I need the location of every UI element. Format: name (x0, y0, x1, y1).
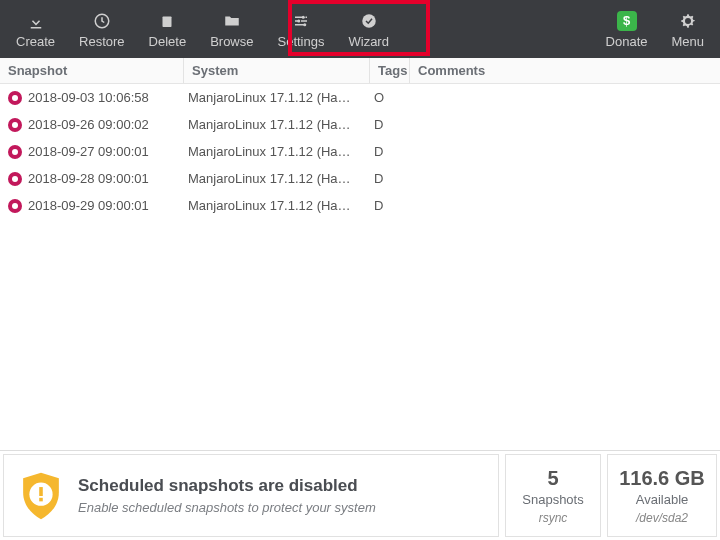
restore-label: Restore (79, 34, 125, 49)
svg-point-5 (362, 14, 376, 28)
row-tag: D (374, 144, 414, 159)
snapshot-dot-icon (8, 91, 22, 105)
svg-rect-8 (39, 497, 43, 501)
row-tag: O (374, 90, 414, 105)
row-date: 2018-09-29 09:00:01 (28, 198, 188, 213)
table-row[interactable]: 2018-09-29 09:00:01ManjaroLinux 17.1.12 … (0, 192, 720, 219)
delete-label: Delete (149, 34, 187, 49)
row-date: 2018-09-27 09:00:01 (28, 144, 188, 159)
space-box: 116.6 GB Available /dev/sda2 (607, 454, 717, 537)
donate-icon: $ (617, 10, 637, 32)
settings-button[interactable]: Settings (266, 0, 337, 58)
create-button[interactable]: Create (4, 0, 67, 58)
row-tag: D (374, 198, 414, 213)
svg-point-4 (303, 23, 306, 26)
svg-point-3 (297, 19, 300, 22)
folder-icon (223, 10, 241, 32)
status-title: Scheduled snapshots are disabled (78, 476, 376, 496)
snapshot-dot-icon (8, 172, 22, 186)
snapshot-count: 5 (547, 467, 558, 490)
row-tag: D (374, 117, 414, 132)
gear-icon (679, 10, 697, 32)
snapshot-count-box: 5 Snapshots rsync (505, 454, 601, 537)
browse-label: Browse (210, 34, 253, 49)
check-circle-icon (360, 10, 378, 32)
header-tags[interactable]: Tags (370, 58, 410, 83)
donate-label: Donate (606, 34, 648, 49)
menu-button[interactable]: Menu (659, 0, 716, 58)
header-system[interactable]: System (184, 58, 370, 83)
row-system: ManjaroLinux 17.1.12 (Ha… (188, 198, 374, 213)
snapshot-dot-icon (8, 118, 22, 132)
row-system: ManjaroLinux 17.1.12 (Ha… (188, 90, 374, 105)
delete-button[interactable]: Delete (137, 0, 199, 58)
row-system: ManjaroLinux 17.1.12 (Ha… (188, 171, 374, 186)
snapshot-dot-icon (8, 145, 22, 159)
settings-label: Settings (278, 34, 325, 49)
sliders-icon (292, 10, 310, 32)
table-row[interactable]: 2018-09-28 09:00:01ManjaroLinux 17.1.12 … (0, 165, 720, 192)
status-bar: Scheduled snapshots are disabled Enable … (0, 450, 720, 540)
svg-rect-7 (39, 487, 43, 496)
donate-button[interactable]: $ Donate (594, 0, 660, 58)
space-sub: /dev/sda2 (636, 511, 688, 525)
row-system: ManjaroLinux 17.1.12 (Ha… (188, 144, 374, 159)
status-message: Scheduled snapshots are disabled Enable … (3, 454, 499, 537)
table-row[interactable]: 2018-09-03 10:06:58ManjaroLinux 17.1.12 … (0, 84, 720, 111)
menu-label: Menu (671, 34, 704, 49)
table-row[interactable]: 2018-09-27 09:00:01ManjaroLinux 17.1.12 … (0, 138, 720, 165)
snapshot-list: 2018-09-03 10:06:58ManjaroLinux 17.1.12 … (0, 84, 720, 450)
row-date: 2018-09-03 10:06:58 (28, 90, 188, 105)
space-value: 116.6 GB (619, 467, 705, 490)
row-date: 2018-09-26 09:00:02 (28, 117, 188, 132)
delete-icon (158, 10, 176, 32)
header-comments[interactable]: Comments (410, 58, 720, 83)
restore-button[interactable]: Restore (67, 0, 137, 58)
row-tag: D (374, 171, 414, 186)
status-subtitle: Enable scheduled snapshots to protect yo… (78, 500, 376, 515)
snapshot-dot-icon (8, 199, 22, 213)
snapshot-count-label: Snapshots (522, 492, 583, 507)
toolbar: Create Restore Delete Browse Settings Wi… (0, 0, 720, 58)
row-system: ManjaroLinux 17.1.12 (Ha… (188, 117, 374, 132)
wizard-button[interactable]: Wizard (336, 0, 400, 58)
warning-shield-icon (18, 471, 64, 521)
browse-button[interactable]: Browse (198, 0, 265, 58)
download-icon (27, 10, 45, 32)
clock-icon (93, 10, 111, 32)
wizard-label: Wizard (348, 34, 388, 49)
create-label: Create (16, 34, 55, 49)
svg-point-2 (302, 15, 305, 18)
snapshot-count-sub: rsync (539, 511, 568, 525)
svg-rect-1 (163, 16, 172, 27)
table-header: Snapshot System Tags Comments (0, 58, 720, 84)
table-row[interactable]: 2018-09-26 09:00:02ManjaroLinux 17.1.12 … (0, 111, 720, 138)
space-label: Available (636, 492, 689, 507)
header-snapshot[interactable]: Snapshot (0, 58, 184, 83)
row-date: 2018-09-28 09:00:01 (28, 171, 188, 186)
